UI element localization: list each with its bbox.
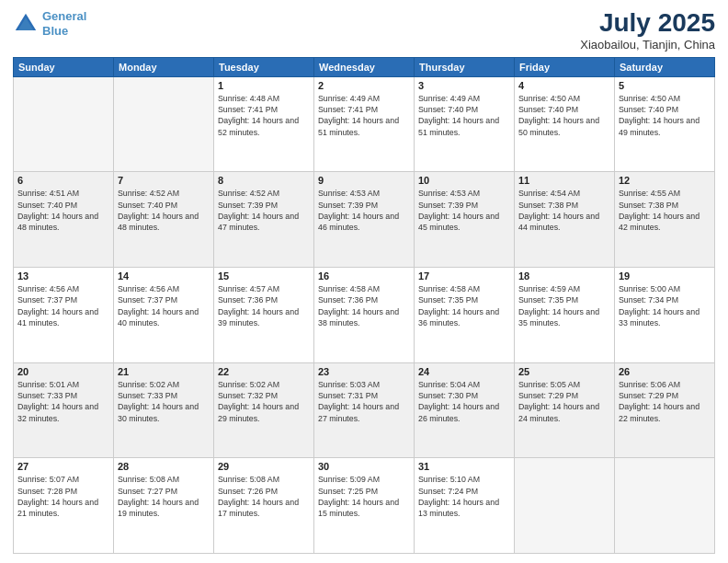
day-number: 14 [118,270,210,282]
calendar-header-friday: Friday [515,57,615,76]
calendar-cell [615,458,715,554]
day-info: Sunrise: 5:01 AMSunset: 7:33 PMDaylight:… [17,379,109,424]
day-info: Sunrise: 5:06 AMSunset: 7:29 PMDaylight:… [619,379,711,424]
day-number: 10 [418,175,510,186]
header: General Blue July 2025 Xiaobailou, Tianj… [13,9,715,52]
day-number: 24 [418,366,510,377]
day-number: 5 [619,80,711,91]
title-block: July 2025 Xiaobailou, Tianjin, China [580,9,715,52]
calendar-cell: 17Sunrise: 4:58 AMSunset: 7:35 PMDayligh… [415,268,515,363]
calendar-header-row: SundayMondayTuesdayWednesdayThursdayFrid… [14,57,715,76]
calendar-header-tuesday: Tuesday [214,57,314,76]
logo-text: General Blue [42,9,86,38]
logo-blue: Blue [42,24,68,38]
calendar-cell: 30Sunrise: 5:09 AMSunset: 7:25 PMDayligh… [314,458,415,554]
calendar-cell: 3Sunrise: 4:49 AMSunset: 7:40 PMDaylight… [415,76,515,172]
day-number: 28 [118,461,210,472]
day-number: 18 [518,270,610,282]
calendar-cell: 1Sunrise: 4:48 AMSunset: 7:41 PMDaylight… [214,76,314,172]
day-info: Sunrise: 5:08 AMSunset: 7:26 PMDaylight:… [218,474,310,519]
day-number: 11 [518,175,610,186]
day-info: Sunrise: 5:02 AMSunset: 7:33 PMDaylight:… [118,379,210,424]
day-info: Sunrise: 5:03 AMSunset: 7:31 PMDaylight:… [318,379,410,424]
calendar-header-saturday: Saturday [615,57,715,76]
calendar-cell [515,458,615,554]
calendar-header-wednesday: Wednesday [314,57,415,76]
calendar-cell: 8Sunrise: 4:52 AMSunset: 7:39 PMDaylight… [214,172,314,268]
day-number: 21 [118,366,210,377]
logo-general: General [42,9,86,23]
day-number: 29 [218,461,310,472]
day-info: Sunrise: 4:52 AMSunset: 7:40 PMDaylight:… [118,188,210,233]
day-number: 6 [17,175,109,186]
calendar-cell: 14Sunrise: 4:56 AMSunset: 7:37 PMDayligh… [114,268,214,363]
calendar-cell [114,76,214,172]
day-number: 7 [118,175,210,186]
calendar-header-sunday: Sunday [14,57,114,76]
day-info: Sunrise: 5:04 AMSunset: 7:30 PMDaylight:… [418,379,510,424]
day-info: Sunrise: 4:58 AMSunset: 7:36 PMDaylight:… [318,283,410,328]
day-info: Sunrise: 4:56 AMSunset: 7:37 PMDaylight:… [118,283,210,328]
calendar-cell: 11Sunrise: 4:54 AMSunset: 7:38 PMDayligh… [515,172,615,268]
day-info: Sunrise: 4:54 AMSunset: 7:38 PMDaylight:… [518,188,610,233]
day-info: Sunrise: 5:05 AMSunset: 7:29 PMDaylight:… [518,379,610,424]
calendar-cell: 7Sunrise: 4:52 AMSunset: 7:40 PMDaylight… [114,172,214,268]
calendar-cell: 22Sunrise: 5:02 AMSunset: 7:32 PMDayligh… [214,362,314,458]
calendar-cell: 23Sunrise: 5:03 AMSunset: 7:31 PMDayligh… [314,362,415,458]
day-info: Sunrise: 4:49 AMSunset: 7:40 PMDaylight:… [418,93,510,138]
day-number: 2 [318,80,410,91]
day-info: Sunrise: 4:55 AMSunset: 7:38 PMDaylight:… [619,188,711,233]
logo: General Blue [13,9,86,38]
day-number: 26 [619,366,711,377]
day-info: Sunrise: 5:10 AMSunset: 7:24 PMDaylight:… [418,474,510,519]
logo-icon [13,11,39,37]
day-number: 12 [619,175,711,186]
day-info: Sunrise: 4:48 AMSunset: 7:41 PMDaylight:… [218,93,310,138]
day-number: 4 [518,80,610,91]
calendar-cell: 26Sunrise: 5:06 AMSunset: 7:29 PMDayligh… [615,362,715,458]
calendar-cell: 28Sunrise: 5:08 AMSunset: 7:27 PMDayligh… [114,458,214,554]
day-info: Sunrise: 4:57 AMSunset: 7:36 PMDaylight:… [218,283,310,328]
day-info: Sunrise: 4:49 AMSunset: 7:41 PMDaylight:… [318,93,410,138]
calendar-cell: 18Sunrise: 4:59 AMSunset: 7:35 PMDayligh… [515,268,615,363]
calendar-week-4: 20Sunrise: 5:01 AMSunset: 7:33 PMDayligh… [14,362,715,458]
calendar-cell: 29Sunrise: 5:08 AMSunset: 7:26 PMDayligh… [214,458,314,554]
day-number: 13 [17,270,109,282]
day-info: Sunrise: 4:58 AMSunset: 7:35 PMDaylight:… [418,283,510,328]
day-number: 22 [218,366,310,377]
day-info: Sunrise: 5:07 AMSunset: 7:28 PMDaylight:… [17,474,109,519]
day-info: Sunrise: 5:08 AMSunset: 7:27 PMDaylight:… [118,474,210,519]
calendar-cell: 9Sunrise: 4:53 AMSunset: 7:39 PMDaylight… [314,172,415,268]
day-number: 8 [218,175,310,186]
calendar-cell: 6Sunrise: 4:51 AMSunset: 7:40 PMDaylight… [14,172,114,268]
day-number: 30 [318,461,410,472]
calendar-cell: 20Sunrise: 5:01 AMSunset: 7:33 PMDayligh… [14,362,114,458]
calendar-cell: 13Sunrise: 4:56 AMSunset: 7:37 PMDayligh… [14,268,114,363]
calendar-week-1: 1Sunrise: 4:48 AMSunset: 7:41 PMDaylight… [14,76,715,172]
calendar-cell: 16Sunrise: 4:58 AMSunset: 7:36 PMDayligh… [314,268,415,363]
day-info: Sunrise: 4:59 AMSunset: 7:35 PMDaylight:… [518,283,610,328]
calendar-week-5: 27Sunrise: 5:07 AMSunset: 7:28 PMDayligh… [14,458,715,554]
day-number: 15 [218,270,310,282]
calendar-cell: 15Sunrise: 4:57 AMSunset: 7:36 PMDayligh… [214,268,314,363]
day-number: 9 [318,175,410,186]
day-info: Sunrise: 4:53 AMSunset: 7:39 PMDaylight:… [418,188,510,233]
day-number: 20 [17,366,109,377]
calendar-header-monday: Monday [114,57,214,76]
day-number: 1 [218,80,310,91]
calendar-header-thursday: Thursday [415,57,515,76]
day-info: Sunrise: 5:02 AMSunset: 7:32 PMDaylight:… [218,379,310,424]
day-info: Sunrise: 5:09 AMSunset: 7:25 PMDaylight:… [318,474,410,519]
calendar-cell: 12Sunrise: 4:55 AMSunset: 7:38 PMDayligh… [615,172,715,268]
calendar-cell: 24Sunrise: 5:04 AMSunset: 7:30 PMDayligh… [415,362,515,458]
calendar-week-2: 6Sunrise: 4:51 AMSunset: 7:40 PMDaylight… [14,172,715,268]
calendar-cell: 5Sunrise: 4:50 AMSunset: 7:40 PMDaylight… [615,76,715,172]
day-info: Sunrise: 4:56 AMSunset: 7:37 PMDaylight:… [17,283,109,328]
day-info: Sunrise: 5:00 AMSunset: 7:34 PMDaylight:… [619,283,711,328]
calendar-cell: 19Sunrise: 5:00 AMSunset: 7:34 PMDayligh… [615,268,715,363]
calendar-cell: 10Sunrise: 4:53 AMSunset: 7:39 PMDayligh… [415,172,515,268]
calendar-cell: 2Sunrise: 4:49 AMSunset: 7:41 PMDaylight… [314,76,415,172]
calendar-cell: 21Sunrise: 5:02 AMSunset: 7:33 PMDayligh… [114,362,214,458]
day-number: 19 [619,270,711,282]
calendar-cell: 27Sunrise: 5:07 AMSunset: 7:28 PMDayligh… [14,458,114,554]
